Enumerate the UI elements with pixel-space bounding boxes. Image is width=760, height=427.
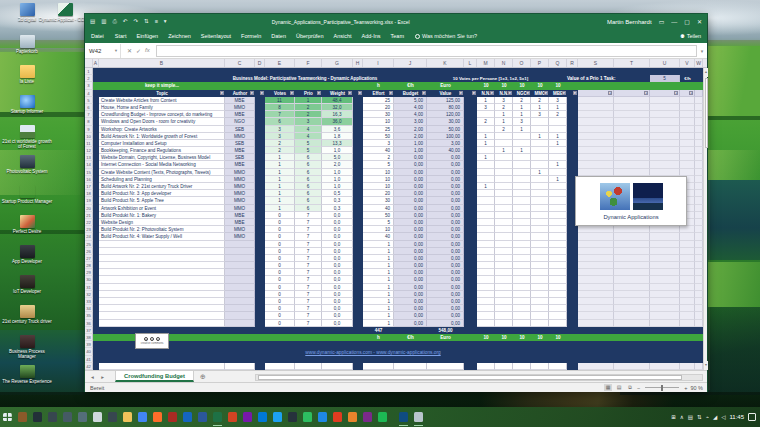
cell-N11[interactable]	[495, 140, 513, 147]
cell-T5[interactable]	[614, 97, 650, 104]
cell-G14[interactable]: 2,0	[322, 161, 353, 168]
cell-H4[interactable]: ▾	[353, 90, 363, 97]
cell-O1[interactable]	[513, 68, 531, 75]
column-header-S[interactable]: S	[578, 59, 614, 67]
cell-H9[interactable]	[353, 126, 363, 133]
row-header-42[interactable]: 42	[85, 363, 93, 370]
cell-V13[interactable]	[680, 154, 695, 161]
cell-S1[interactable]	[578, 68, 614, 75]
add-sheet-button[interactable]: ⊕	[200, 373, 206, 381]
cell-B8[interactable]: Windows and Open Doors - room for creati…	[99, 118, 225, 125]
cell-O24[interactable]	[513, 233, 531, 240]
ribbon-tab-datei[interactable]: Datei	[85, 33, 110, 39]
cell-Q8[interactable]	[549, 118, 567, 125]
row-header-3[interactable]: 3	[85, 82, 93, 89]
cell-K10[interactable]: 100,00	[427, 133, 464, 140]
cell-I33[interactable]: 1	[363, 298, 394, 305]
cell-V7[interactable]	[680, 111, 695, 118]
filter-icon[interactable]: ▾	[260, 91, 264, 95]
fx-icon[interactable]: fx	[145, 47, 150, 54]
cell-B27[interactable]	[99, 255, 225, 262]
cell-H39[interactable]	[353, 341, 363, 348]
filter-icon[interactable]: ▾	[422, 91, 426, 95]
column-header-O[interactable]: O	[513, 59, 531, 67]
cell-P30[interactable]	[531, 276, 549, 283]
cell-W33[interactable]	[695, 298, 703, 305]
cell-H17[interactable]	[353, 183, 363, 190]
cell-W36[interactable]	[695, 320, 703, 327]
cell-G31[interactable]: 0,0	[322, 284, 353, 291]
cell-U35[interactable]	[650, 312, 680, 319]
cell-B31[interactable]	[99, 284, 225, 291]
cell-M15[interactable]	[477, 169, 495, 176]
cell-O33[interactable]	[513, 298, 531, 305]
cell-W24[interactable]	[695, 233, 703, 240]
cell-U2[interactable]: 5	[650, 75, 680, 82]
cell-W7[interactable]	[695, 111, 703, 118]
cell-L5[interactable]	[464, 97, 477, 104]
cell-B7[interactable]: Crowdfunding Budget - Improve concept, d…	[99, 111, 225, 118]
cell-Q1[interactable]	[549, 68, 567, 75]
taskbar-icon-firefox[interactable]	[150, 407, 165, 427]
cell-D33[interactable]	[255, 298, 265, 305]
cell-D5[interactable]	[255, 97, 265, 104]
cell-I22[interactable]: 5	[363, 219, 394, 226]
cell-Q13[interactable]	[549, 154, 567, 161]
cell-N25[interactable]	[495, 241, 513, 248]
cell-I18[interactable]: 20	[363, 190, 394, 197]
cell-U40[interactable]	[650, 348, 680, 355]
cell-V10[interactable]	[680, 133, 695, 140]
cell-H27[interactable]	[353, 255, 363, 262]
cell-B20[interactable]: Artwork Exhibition or Event	[99, 205, 225, 212]
cell-R4[interactable]: ▾	[567, 90, 578, 97]
cell-U38[interactable]	[650, 334, 680, 341]
row-header-19[interactable]: 19	[85, 197, 93, 204]
cell-M39[interactable]	[477, 341, 495, 348]
row-header-18[interactable]: 18	[85, 190, 93, 197]
cell-W10[interactable]	[695, 133, 703, 140]
cell-J21[interactable]: 0,00	[394, 212, 427, 219]
cell-Q17[interactable]	[549, 183, 567, 190]
cell-L41[interactable]	[464, 356, 477, 363]
row-header-36[interactable]: 36	[85, 320, 93, 327]
cell-I28[interactable]: 1	[363, 262, 394, 269]
cell-P10[interactable]: 1	[531, 133, 549, 140]
cell-I27[interactable]: 1	[363, 255, 394, 262]
cell-M34[interactable]	[477, 305, 495, 312]
cell-L20[interactable]	[464, 205, 477, 212]
cell-J23[interactable]: 0,00	[394, 226, 427, 233]
cell-W37[interactable]	[695, 327, 703, 334]
cell-H20[interactable]	[353, 205, 363, 212]
cell-K20[interactable]: 0,00	[427, 205, 464, 212]
cell-S23[interactable]	[578, 226, 614, 233]
cell-I19[interactable]: 30	[363, 197, 394, 204]
cell-B34[interactable]	[99, 305, 225, 312]
cell-V6[interactable]	[680, 104, 695, 111]
cell-C6[interactable]: MMO	[225, 104, 255, 111]
row-header-40[interactable]: 40	[85, 348, 93, 355]
cell-D13[interactable]	[255, 154, 265, 161]
cell-F3[interactable]	[295, 82, 322, 89]
cell-T12[interactable]	[614, 147, 650, 154]
cancel-icon[interactable]: ✕	[127, 47, 132, 54]
cell-P12[interactable]	[531, 147, 549, 154]
ribbon-tab-zeichnen[interactable]: Zeichnen	[163, 33, 196, 39]
cell-S29[interactable]	[578, 269, 614, 276]
cell-F4[interactable]: Prio▾	[295, 90, 322, 97]
cell-B42[interactable]	[99, 363, 225, 370]
cell-O7[interactable]: 1	[513, 111, 531, 118]
cell-N21[interactable]	[495, 212, 513, 219]
cell-K22[interactable]: 0,00	[427, 219, 464, 226]
cell-S12[interactable]	[578, 147, 614, 154]
cell-V5[interactable]	[680, 97, 695, 104]
taskbar-icon-box[interactable]	[15, 407, 30, 427]
cell-Q28[interactable]	[549, 262, 567, 269]
cell-V33[interactable]	[680, 298, 695, 305]
row-header-11[interactable]: 11	[85, 140, 93, 147]
cell-E6[interactable]: 8	[265, 104, 295, 111]
cell-J34[interactable]: 0,00	[394, 305, 427, 312]
cell-I20[interactable]: 40	[363, 205, 394, 212]
cell-L40[interactable]	[464, 348, 477, 355]
cell-M11[interactable]: 1	[477, 140, 495, 147]
cell-P15[interactable]: 1	[531, 169, 549, 176]
